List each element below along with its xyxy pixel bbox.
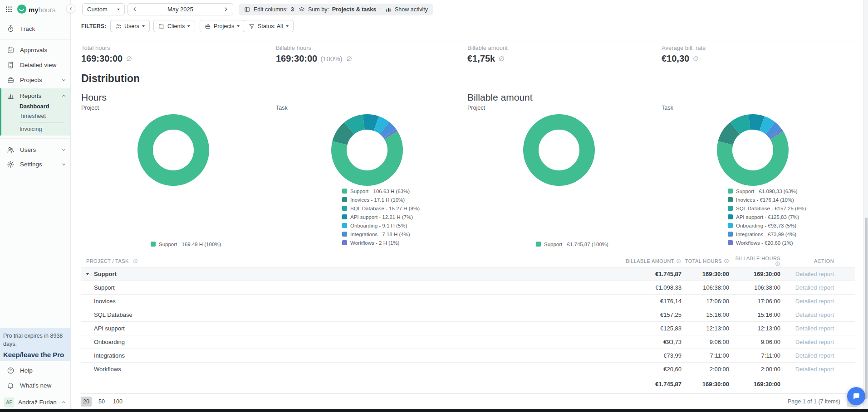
help-circle-icon <box>7 367 15 374</box>
sidebar-item-track[interactable]: Track <box>0 21 70 36</box>
next-period-button[interactable] <box>223 6 229 12</box>
filter-users-button[interactable]: Users <box>110 20 150 32</box>
average-icon <box>346 55 353 62</box>
show-activity-button[interactable]: Show activity <box>380 4 433 15</box>
report-table: PROJECT / TASK BILLABLE AMOUNT TOTAL HOU… <box>81 255 855 392</box>
chevron-down-icon <box>61 78 66 82</box>
page-size-100[interactable]: 100 <box>112 397 124 407</box>
sidebar-collapse-button[interactable] <box>66 4 75 13</box>
donut-billable-by-project <box>523 114 595 186</box>
detailed-report-link[interactable]: Detailed report <box>795 339 834 345</box>
detailed-report-link[interactable]: Detailed report <box>795 311 834 318</box>
table-row[interactable]: Onboarding €93,73 9:06:00 9:06:00 Detail… <box>81 335 855 349</box>
table-row[interactable]: API support €125,83 12:13:00 12:13:00 De… <box>81 322 855 335</box>
legend-swatch <box>728 206 733 211</box>
info-icon[interactable] <box>724 258 729 264</box>
sidebar-item-reports[interactable]: Reports <box>1 88 70 103</box>
bell-icon <box>7 382 15 389</box>
legend-swatch <box>342 214 347 219</box>
filter-clients-button[interactable]: Clients <box>153 20 195 32</box>
detailed-report-link[interactable]: Detailed report <box>795 352 834 359</box>
divider <box>81 40 857 40</box>
detailed-report-link[interactable]: Detailed report <box>795 271 834 277</box>
folder-icon <box>158 23 165 29</box>
caret-down-icon <box>286 25 289 27</box>
sidebar-item-help[interactable]: Help <box>0 363 70 378</box>
info-icon[interactable] <box>132 258 138 264</box>
legend-item: Support - 169.49 H (100%) <box>151 240 221 248</box>
table-row[interactable]: Support €1.098,33 106:38:00 106:38:00 De… <box>81 281 855 295</box>
chart-subtitle-project: Project <box>81 105 99 111</box>
page-size-50[interactable]: 50 <box>96 397 107 407</box>
users-icon <box>115 23 122 29</box>
prev-period-button[interactable] <box>132 6 138 12</box>
scrollbar-thumb[interactable] <box>865 218 868 399</box>
sidebar-divider <box>0 138 70 139</box>
table-row[interactable]: Inovices €176,14 17:06:00 17:06:00 Detai… <box>81 295 855 308</box>
stat-total-hours: Total hours 169:30:00 <box>81 44 132 64</box>
vertical-scrollbar[interactable] <box>863 0 868 409</box>
legend-swatch <box>342 206 347 211</box>
sum-by-button[interactable]: Sum by:Projects & tasks <box>294 4 387 15</box>
sidebar-item-timesheet[interactable]: Timesheet <box>1 111 70 121</box>
gear-icon <box>7 160 15 168</box>
filter-projects-button[interactable]: Projects <box>200 20 245 32</box>
sidebar-item-label: Users <box>20 146 36 153</box>
legend-swatch <box>151 242 156 247</box>
detailed-report-link[interactable]: Detailed report <box>795 366 834 373</box>
info-icon[interactable] <box>676 258 682 264</box>
legend-swatch <box>342 232 347 237</box>
legend-item: Inovices - 17.1 H (10%) <box>342 195 420 204</box>
sidebar-item-detailed-view[interactable]: Detailed view <box>0 58 70 73</box>
chat-launcher-button[interactable] <box>847 387 865 405</box>
legend-swatch <box>342 240 347 245</box>
hours-heading: Hours <box>81 92 107 103</box>
avatar: AF <box>4 397 14 407</box>
period-navigator: May 2025 <box>128 3 233 15</box>
user-menu[interactable]: AF Andraž Furlan <box>0 395 70 410</box>
myhours-logo-icon <box>17 4 27 14</box>
funnel-icon <box>249 23 255 29</box>
sidebar-item-projects[interactable]: Projects <box>0 73 70 87</box>
detailed-report-link[interactable]: Detailed report <box>795 298 834 305</box>
date-range-select[interactable]: Custom <box>82 3 125 15</box>
sidebar-item-dashboard[interactable]: Dashboard <box>1 102 70 111</box>
detailed-report-link[interactable]: Detailed report <box>795 325 834 332</box>
legend-swatch <box>342 223 347 228</box>
legend-billable-project: Support - €1.745,87 (100%) <box>536 240 608 248</box>
legend-item: SQL Database - 15.27 H (9%) <box>342 204 420 213</box>
page-size-20[interactable]: 20 <box>81 397 92 407</box>
detailed-report-link[interactable]: Detailed report <box>795 284 834 291</box>
sidebar-item-users[interactable]: Users <box>0 142 70 157</box>
table-row[interactable]: Integrations €73,99 7:11:00 7:11:00 Deta… <box>81 349 855 363</box>
page-size-selector: 20 50 100 <box>81 397 124 407</box>
legend-item: Onboarding - €93,73 (5%) <box>728 221 806 230</box>
keep-pro-link[interactable]: Keep/leave the Pro <box>3 350 66 359</box>
sidebar-item-approvals[interactable]: Approvals <box>0 43 70 58</box>
sidebar-item-whats-new[interactable]: What's new <box>0 378 70 393</box>
legend-item: Support - €1.745,87 (100%) <box>536 240 608 248</box>
table-row[interactable]: Workflows €20,60 2:00:00 2:00:00 Detaile… <box>81 363 855 376</box>
layers-icon <box>299 6 305 13</box>
donut-billable-by-task <box>716 114 789 186</box>
info-icon[interactable] <box>775 261 780 267</box>
bar-chart-icon <box>7 92 15 100</box>
chevron-down-icon <box>61 162 66 167</box>
table-row-project-group[interactable]: Support €1.745,87 169:30:00 169:30:00 De… <box>81 267 855 281</box>
legend-item: Support - 106.63 H (63%) <box>342 187 420 195</box>
section-title: Distribution <box>81 73 140 85</box>
edit-columns-button[interactable]: Edit columns:3 <box>239 4 299 15</box>
table-header: PROJECT / TASK BILLABLE AMOUNT TOTAL HOU… <box>81 255 855 267</box>
sidebar-item-settings[interactable]: Settings <box>0 157 70 172</box>
pro-trial-banner: Pro trial expires in 8938 days. Keep/lea… <box>0 328 70 361</box>
filter-status-button[interactable]: Status: All <box>244 20 294 32</box>
sidebar-item-label: Approvals <box>20 47 47 53</box>
bottom-edge-bar <box>0 409 868 412</box>
legend-swatch <box>342 189 347 194</box>
stat-percentage: (100%) <box>320 55 342 63</box>
legend-swatch <box>728 189 733 194</box>
app-grid-icon[interactable] <box>5 5 13 13</box>
collapse-caret-icon[interactable] <box>86 273 89 275</box>
sidebar-item-invoicing[interactable]: Invoicing <box>1 125 70 134</box>
table-row[interactable]: SQL Database €157,25 15:16:00 15:16:00 D… <box>81 308 855 322</box>
